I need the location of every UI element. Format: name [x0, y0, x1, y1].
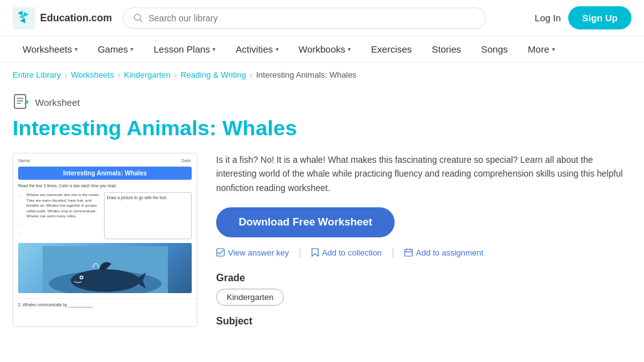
breadcrumb-separator: ›	[118, 71, 120, 80]
site-header: Education.com Log In Sign Up	[0, 0, 644, 36]
breadcrumb-link-kindergarten[interactable]: Kindergarten	[124, 70, 170, 80]
search-icon	[133, 13, 143, 23]
svg-rect-13	[405, 249, 412, 256]
nav-item-songs[interactable]: Songs	[471, 36, 518, 62]
right-panel: Is it a fish? No! It is a whale! What ma…	[216, 153, 631, 327]
preview-title: Interesting Animals: Whales	[18, 167, 192, 180]
action-separator: |	[392, 247, 394, 257]
svg-line-2	[140, 19, 143, 22]
preview-whale-image	[18, 243, 192, 293]
main-content-area: Name: Date: Interesting Animals: Whales …	[13, 153, 631, 327]
nav-item-workbooks[interactable]: Workbooks ▾	[289, 36, 361, 62]
nav-item-more[interactable]: More ▾	[518, 36, 565, 62]
nav-item-lesson-plans[interactable]: Lesson Plans ▾	[143, 36, 226, 62]
download-button[interactable]: Download Free Worksheet	[216, 207, 395, 237]
preview-body-text: Whales are mammals who live in the ocean…	[26, 192, 100, 219]
chevron-down-icon: ▾	[75, 46, 78, 53]
login-button[interactable]: Log In	[535, 13, 561, 23]
preview-instructions: Read the text 3 times. Color a star each…	[18, 184, 192, 189]
logo-text: Education.com	[40, 13, 112, 24]
chevron-down-icon: ▾	[552, 46, 555, 53]
star-icon: ☆	[18, 192, 24, 199]
star-icon: ☆	[18, 221, 24, 228]
worksheet-type-label: Worksheet	[13, 93, 631, 111]
calendar-icon	[404, 248, 413, 257]
check-icon	[216, 248, 225, 257]
search-input[interactable]	[148, 13, 475, 23]
nav-item-activities[interactable]: Activities ▾	[226, 36, 288, 62]
add-to-assignment-link[interactable]: Add to assignment	[404, 248, 484, 257]
breadcrumb-separator: ›	[174, 71, 177, 80]
svg-rect-3	[14, 95, 26, 108]
logo-icon	[13, 7, 35, 29]
signup-button[interactable]: Sign Up	[568, 6, 631, 29]
breadcrumb-separator: ›	[65, 71, 67, 80]
grade-tag[interactable]: Kindergarten	[216, 289, 284, 306]
logo-link[interactable]: Education.com	[13, 7, 113, 29]
breadcrumb-current: Interesting Animals: Whales	[256, 70, 356, 80]
nav-item-exercises[interactable]: Exercises	[361, 36, 422, 62]
nav-item-games[interactable]: Games ▾	[88, 36, 143, 62]
chevron-down-icon: ▾	[130, 46, 133, 53]
svg-point-11	[80, 277, 82, 279]
svg-point-9	[71, 269, 140, 292]
chevron-down-icon: ▾	[276, 46, 279, 53]
grade-label: Grade	[216, 272, 631, 284]
add-to-collection-link[interactable]: Add to collection	[311, 248, 382, 257]
worksheet-description: Is it a fish? No! It is a whale! What ma…	[216, 153, 631, 195]
star-icon: ☆	[18, 230, 24, 237]
worksheet-preview: Name: Date: Interesting Animals: Whales …	[13, 153, 197, 327]
main-nav: Worksheets ▾ Games ▾ Lesson Plans ▾ Acti…	[0, 36, 644, 63]
bookmark-icon	[311, 248, 319, 257]
page-title: Interesting Animals: Whales	[13, 116, 631, 140]
preview-name-label: Name:	[18, 158, 31, 163]
chevron-down-icon: ▾	[212, 46, 216, 53]
page-content: Worksheet Interesting Animals: Whales Na…	[0, 87, 644, 339]
subject-label: Subject	[216, 316, 631, 327]
nav-item-stories[interactable]: Stories	[422, 36, 471, 62]
preview-date-label: Date:	[181, 158, 192, 163]
preview-bottom-section: 2. Whales communicate by ___________	[13, 298, 197, 311]
action-separator: |	[299, 247, 301, 257]
nav-item-worksheets[interactable]: Worksheets ▾	[13, 36, 88, 62]
breadcrumb: Entire Library › Worksheets › Kindergart…	[0, 63, 644, 87]
view-answer-key-link[interactable]: View answer key	[216, 248, 289, 257]
preview-right-col: Draw a picture to go with the text.	[104, 192, 192, 239]
breadcrumb-link-reading-writing[interactable]: Reading & Writing	[180, 70, 246, 80]
action-links: View answer key | Add to collection |	[216, 247, 631, 257]
header-actions: Log In Sign Up	[535, 6, 631, 29]
preview-left-col: ☆ Whales are mammals who live in the oce…	[18, 192, 100, 239]
whale-svg	[43, 246, 168, 293]
worksheet-icon	[13, 93, 30, 111]
search-bar[interactable]	[123, 8, 486, 29]
breadcrumb-link-entire-library[interactable]: Entire Library	[13, 70, 61, 80]
grade-section: Grade Kindergarten	[216, 272, 631, 306]
breadcrumb-separator: ›	[250, 71, 252, 80]
breadcrumb-link-worksheets[interactable]: Worksheets	[71, 70, 113, 80]
chevron-down-icon: ▾	[348, 46, 351, 53]
